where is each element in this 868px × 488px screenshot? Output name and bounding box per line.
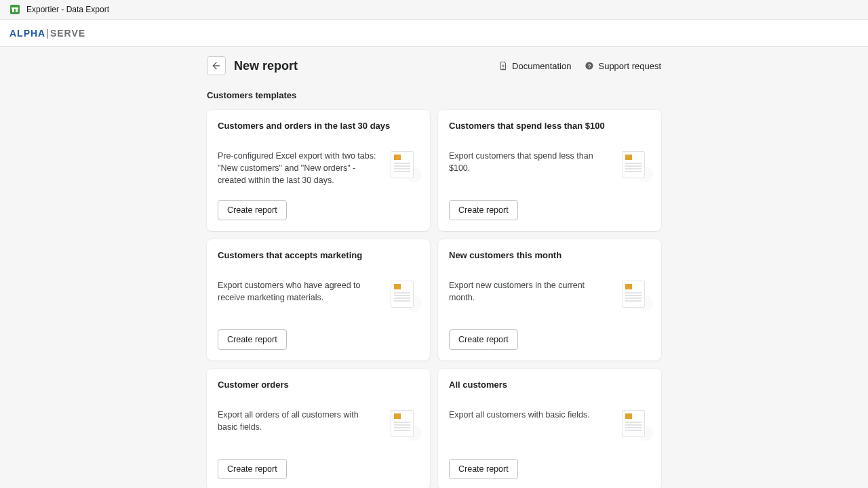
document-preview-icon (389, 279, 419, 309)
document-icon (498, 61, 508, 70)
back-button[interactable] (207, 56, 226, 75)
support-link[interactable]: ? Support request (585, 61, 661, 71)
card-description: Export all orders of all customers with … (218, 409, 380, 433)
card-title: New customers this month (449, 250, 650, 260)
customers-cards-grid: Customers and orders in the last 30 days… (207, 110, 661, 488)
section-heading-customers: Customers templates (207, 90, 661, 100)
create-report-button[interactable]: Create report (449, 459, 518, 479)
document-preview-icon (389, 409, 419, 439)
document-preview-icon (620, 279, 650, 309)
document-preview-icon (620, 409, 650, 439)
template-card: Customers that spend less than $100 Expo… (438, 110, 661, 231)
card-title: Customers that spend less than $100 (449, 121, 650, 131)
document-preview-icon (620, 150, 650, 180)
create-report-button[interactable]: Create report (218, 329, 287, 350)
window-title: Exportier - Data Export (26, 5, 109, 14)
documentation-link[interactable]: Documentation (498, 61, 571, 71)
svg-rect-2 (12, 7, 18, 9)
card-title: Customers and orders in the last 30 days (218, 121, 419, 131)
page-title: New report (234, 59, 298, 73)
card-title: Customer orders (218, 380, 419, 390)
template-card: New customers this month Export new cust… (438, 239, 661, 361)
app-icon (10, 5, 20, 14)
card-title: All customers (449, 380, 650, 390)
brand-logo: ALPHA|SERVE (9, 28, 85, 39)
card-description: Export new customers in the current mont… (449, 279, 611, 304)
create-report-button[interactable]: Create report (218, 459, 287, 479)
template-card: All customers Export all customers with … (438, 369, 661, 488)
card-title: Customers that accepts marketing (218, 250, 419, 260)
main-scroll[interactable]: New report Documentation ? Support reque… (0, 47, 868, 488)
template-card: Customers and orders in the last 30 days… (207, 110, 430, 231)
card-description: Export all customers with basic fields. (449, 409, 611, 421)
window-titlebar: Exportier - Data Export (0, 0, 868, 20)
document-preview-icon (389, 150, 419, 180)
template-card: Customers that accepts marketing Export … (207, 239, 430, 361)
card-description: Export customers that spend less than $1… (449, 150, 611, 174)
card-description: Pre-configured Excel export with two tab… (218, 150, 380, 186)
help-icon: ? (585, 61, 594, 70)
create-report-button[interactable]: Create report (449, 200, 518, 220)
app-header: ALPHA|SERVE (0, 20, 868, 47)
create-report-button[interactable]: Create report (218, 200, 287, 220)
create-report-button[interactable]: Create report (449, 329, 518, 350)
svg-text:?: ? (588, 63, 591, 69)
card-description: Export customers who have agreed to rece… (218, 279, 380, 304)
template-card: Customer orders Export all orders of all… (207, 369, 430, 488)
